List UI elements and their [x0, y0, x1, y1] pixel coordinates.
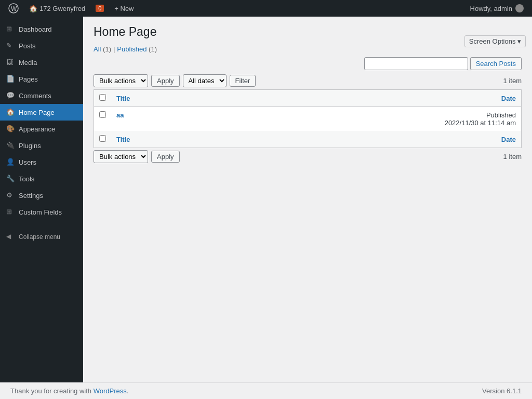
select-all-checkbox-bottom[interactable] [99, 135, 106, 142]
apply-button-top[interactable]: Apply [151, 75, 180, 87]
row-date: 2022/11/30 at 11:14 am [445, 119, 516, 127]
screen-options-button[interactable]: Screen Options ▾ [464, 35, 526, 47]
row-checkbox-cell [94, 107, 112, 131]
wordpress-link[interactable]: WordPress [94, 387, 127, 395]
sidebar-item-custom-fields[interactable]: ⊞ Custom Fields [0, 204, 83, 220]
filter-published-link[interactable]: Published (1) [117, 45, 157, 53]
footer-version: Version 6.1.1 [482, 387, 522, 395]
post-title-link[interactable]: aa [116, 111, 124, 119]
search-input[interactable] [364, 57, 468, 70]
sidebar-item-comments[interactable]: 💬 Comments [0, 87, 83, 104]
item-count-bottom: 1 item [503, 153, 522, 161]
posts-table: Title Date aa Published [94, 89, 522, 148]
collapse-icon: ◀ [6, 233, 15, 241]
screen-options-wrap: Screen Options ▾ [464, 35, 526, 47]
pages-icon: 📄 [6, 75, 15, 83]
table-header-date[interactable]: Date [205, 90, 522, 107]
dashboard-icon: ⊞ [6, 25, 15, 33]
tools-icon: 🔧 [6, 175, 15, 183]
sidebar-item-dashboard[interactable]: ⊞ Dashboard [0, 21, 83, 37]
search-row: Search Posts [94, 57, 522, 70]
row-checkbox[interactable] [99, 111, 106, 118]
row-status: Published [486, 111, 516, 119]
posts-icon: ✎ [6, 42, 15, 50]
comment-count: 0 [96, 5, 104, 12]
svg-text:W: W [11, 5, 17, 12]
item-count-top: 1 item [503, 77, 522, 85]
avatar [515, 4, 524, 12]
admin-bar: W 🏠 172 Gwenyfred 0 + New Howdy, admin [0, 0, 532, 17]
adminbar-new[interactable]: + New [110, 0, 138, 17]
page-title: Home Page [94, 25, 522, 39]
sidebar-item-home-page[interactable]: 🏠 Home Page [0, 104, 83, 121]
sidebar: ⊞ Dashboard ✎ Posts 🖼 Media 📄 Pages 💬 Co… [0, 17, 83, 399]
home-page-icon: 🏠 [6, 108, 15, 116]
sidebar-item-appearance[interactable]: 🎨 Appearance [0, 121, 83, 137]
row-title-cell: aa [111, 107, 205, 131]
footer-credit: Thank you for creating with WordPress. [10, 387, 128, 395]
row-date-cell: Published 2022/11/30 at 11:14 am [205, 107, 522, 131]
adminbar-comments[interactable]: 0 [91, 0, 108, 17]
filter-links: All (1) | Published (1) [94, 45, 522, 53]
adminbar-site-name[interactable]: 🏠 172 Gwenyfred [25, 0, 89, 17]
users-icon: 👤 [6, 158, 15, 166]
tablenav-top: Bulk actions Apply All dates Filter 1 it… [94, 74, 522, 87]
sidebar-item-media[interactable]: 🖼 Media [0, 54, 83, 71]
table-header-check [94, 90, 112, 107]
comments-icon: 💬 [6, 91, 15, 100]
sidebar-item-tools[interactable]: 🔧 Tools [0, 170, 83, 187]
table-row: aa Published 2022/11/30 at 11:14 am [94, 107, 522, 131]
sidebar-item-settings[interactable]: ⚙ Settings [0, 187, 83, 204]
settings-icon: ⚙ [6, 191, 15, 200]
bulk-actions-select-bottom[interactable]: Bulk actions [94, 150, 148, 163]
table-header-title[interactable]: Title [111, 90, 205, 107]
plugins-icon: 🔌 [6, 141, 15, 150]
sidebar-item-plugins[interactable]: 🔌 Plugins [0, 137, 83, 154]
custom-fields-icon: ⊞ [6, 208, 15, 216]
filter-all-link[interactable]: All (1) [94, 45, 111, 53]
appearance-icon: 🎨 [6, 125, 15, 133]
media-icon: 🖼 [6, 58, 15, 66]
sidebar-item-collapse[interactable]: ◀ Collapse menu [0, 229, 83, 245]
adminbar-howdy[interactable]: Howdy, admin [466, 4, 528, 12]
adminbar-site-icon: 🏠 [29, 5, 37, 12]
sidebar-item-posts[interactable]: ✎ Posts [0, 37, 83, 54]
table-footer-title[interactable]: Title [111, 131, 205, 148]
dates-select-top[interactable]: All dates [183, 74, 227, 87]
adminbar-wp-logo[interactable]: W [4, 0, 23, 17]
table-footer-date[interactable]: Date [205, 131, 522, 148]
filter-button-top[interactable]: Filter [230, 75, 256, 87]
apply-button-bottom[interactable]: Apply [151, 151, 180, 163]
main-content: Screen Options ▾ Home Page All (1) | Pub… [83, 17, 532, 399]
sidebar-item-pages[interactable]: 📄 Pages [0, 71, 83, 87]
select-all-checkbox-top[interactable] [99, 94, 106, 101]
bulk-actions-select-top[interactable]: Bulk actions [94, 74, 148, 87]
table-footer-check [94, 131, 112, 148]
sidebar-item-users[interactable]: 👤 Users [0, 154, 83, 170]
search-posts-button[interactable]: Search Posts [470, 57, 522, 70]
tablenav-bottom: Bulk actions Apply 1 item [94, 150, 522, 163]
footer: Thank you for creating with WordPress. V… [0, 382, 532, 399]
